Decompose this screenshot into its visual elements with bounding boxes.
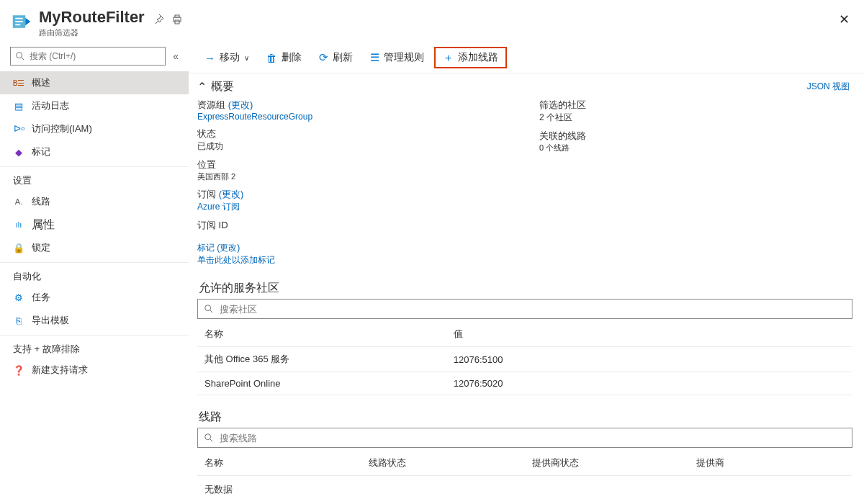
lock-icon: 🔒 xyxy=(13,243,24,253)
svg-point-9 xyxy=(205,305,211,311)
sidebar-item-label: 导出模板 xyxy=(32,314,69,327)
sidebar-item-iam[interactable]: ᐅ৹ 访问控制(IAM) xyxy=(0,117,189,140)
svg-rect-1 xyxy=(15,18,23,19)
sidebar-item-label: 访问控制(IAM) xyxy=(32,122,92,135)
routefilter-icon xyxy=(12,12,32,32)
sidebar-group-support: 支持 + 故障排除 xyxy=(0,335,189,359)
json-view-link[interactable]: JSON 视图 xyxy=(807,81,850,93)
pin-icon[interactable] xyxy=(153,14,164,27)
sidebar-search-input[interactable] xyxy=(28,50,161,62)
move-button[interactable]: → 移动 ∨ xyxy=(197,47,256,68)
subscription-id-label: 订阅 ID xyxy=(197,219,510,232)
add-circuit-button[interactable]: ＋ 添加线路 xyxy=(434,47,507,68)
sidebar-item-label: 任务 xyxy=(32,291,50,304)
export-template-icon: ⎘ xyxy=(13,315,24,326)
filtered-communities-value: 2 个社区 xyxy=(539,112,852,124)
delete-icon: 🗑 xyxy=(266,52,277,64)
community-value: 12076:5020 xyxy=(446,372,852,395)
chevron-down-icon: ∨ xyxy=(244,54,249,62)
tags-change-link[interactable]: 标记 (更改) xyxy=(197,243,240,253)
status-value: 已成功 xyxy=(197,140,510,153)
assoc-circuits-label: 关联的线路 xyxy=(539,130,852,143)
print-icon[interactable] xyxy=(171,14,183,27)
table-row[interactable]: SharePoint Online 12076:5020 xyxy=(197,372,852,395)
sidebar-item-overview[interactable]: B☰ 概述 xyxy=(0,71,189,94)
essentials-heading: 概要 xyxy=(211,79,234,94)
tags-add-link[interactable]: 单击此处以添加标记 xyxy=(197,255,275,265)
circuits-no-data: 无数据 xyxy=(197,476,852,503)
collapse-sidebar-icon[interactable]: « xyxy=(170,49,181,63)
assoc-circuits-value: 0 个线路 xyxy=(539,143,852,153)
svg-line-8 xyxy=(22,58,24,60)
refresh-label: 刷新 xyxy=(333,51,353,64)
sidebar-item-circuits[interactable]: A. 线路 xyxy=(0,190,189,213)
sidebar-item-label: 标记 xyxy=(32,145,50,158)
rg-label: 资源组 xyxy=(197,99,228,110)
subscription-label: 订阅 xyxy=(197,189,219,199)
essentials-caret-icon[interactable]: ⌃ xyxy=(197,80,207,94)
table-row[interactable]: 其他 Office 365 服务 12076:5100 xyxy=(197,347,852,372)
delete-button[interactable]: 🗑 删除 xyxy=(259,47,309,68)
sidebar-item-new-support-request[interactable]: ❓ 新建支持请求 xyxy=(0,359,189,382)
sidebar: « B☰ 概述 ▤ 活动日志 ᐅ৹ 访问控制(IAM) ◆ 标记 设置 A. 线… xyxy=(0,42,189,504)
svg-line-10 xyxy=(210,310,213,313)
page-title: MyRouteFilter xyxy=(39,9,145,26)
community-value: 12076:5100 xyxy=(446,347,852,372)
move-label: 移动 xyxy=(220,51,240,64)
sidebar-group-automation: 自动化 xyxy=(0,262,189,286)
circuits-col-name[interactable]: 名称 xyxy=(197,451,361,476)
sidebar-item-activity-log[interactable]: ▤ 活动日志 xyxy=(0,94,189,117)
delete-label: 删除 xyxy=(282,51,302,64)
activity-log-icon: ▤ xyxy=(13,101,24,112)
communities-search-input[interactable] xyxy=(218,303,846,315)
rg-value[interactable]: ExpressRouteResourceGroup xyxy=(197,112,510,122)
svg-point-7 xyxy=(17,53,22,58)
sidebar-group-settings: 设置 xyxy=(0,166,189,190)
sidebar-item-locks[interactable]: 🔒 锁定 xyxy=(0,236,189,259)
communities-heading: 允许的服务社区 xyxy=(199,281,852,296)
communities-col-value[interactable]: 值 xyxy=(446,322,852,347)
properties-icon: ılı xyxy=(13,220,24,229)
move-icon: → xyxy=(204,52,215,64)
svg-line-12 xyxy=(210,439,213,442)
refresh-icon: ⟳ xyxy=(319,51,328,64)
sidebar-item-export-template[interactable]: ⎘ 导出模板 xyxy=(0,309,189,332)
sidebar-item-tags[interactable]: ◆ 标记 xyxy=(0,140,189,163)
manage-rules-icon: ☰ xyxy=(370,51,379,64)
refresh-button[interactable]: ⟳ 刷新 xyxy=(312,47,360,68)
close-icon[interactable]: ✕ xyxy=(836,9,852,30)
tasks-icon: ⚙ xyxy=(13,292,24,303)
sidebar-search[interactable] xyxy=(10,47,166,66)
subscription-change-link[interactable]: (更改) xyxy=(219,189,244,199)
support-icon: ❓ xyxy=(13,365,24,376)
circuits-col-circuit-state[interactable]: 线路状态 xyxy=(361,451,526,476)
sidebar-item-properties[interactable]: ılı 属性 xyxy=(0,213,189,236)
sidebar-item-label: 新建支持请求 xyxy=(32,364,88,377)
subscription-value[interactable]: Azure 订阅 xyxy=(197,201,510,213)
filtered-communities-label: 筛选的社区 xyxy=(539,99,852,112)
toolbar: → 移动 ∨ 🗑 删除 ⟳ 刷新 ☰ 管理规则 ＋ 添加线路 xyxy=(189,42,864,73)
rg-change-link[interactable]: (更改) xyxy=(228,99,253,110)
community-name: 其他 Office 365 服务 xyxy=(197,347,446,372)
iam-icon: ᐅ৹ xyxy=(13,123,24,135)
overview-icon: B☰ xyxy=(13,78,24,88)
page-subtitle: 路由筛选器 xyxy=(39,27,836,38)
circuits-search-input[interactable] xyxy=(218,432,846,444)
sidebar-item-label: 属性 xyxy=(32,217,55,233)
community-name: SharePoint Online xyxy=(197,372,446,395)
location-value: 美国西部 2 xyxy=(197,171,510,182)
location-label: 位置 xyxy=(197,158,510,171)
sidebar-item-label: 线路 xyxy=(32,195,50,208)
circuits-col-provider[interactable]: 提供商 xyxy=(689,451,853,476)
manage-rules-button[interactable]: ☰ 管理规则 xyxy=(363,47,431,68)
manage-label: 管理规则 xyxy=(384,51,424,64)
circuits-search[interactable] xyxy=(197,428,852,448)
status-label: 状态 xyxy=(197,127,510,140)
sidebar-item-tasks[interactable]: ⚙ 任务 xyxy=(0,286,189,309)
communities-search[interactable] xyxy=(197,299,852,319)
communities-col-name[interactable]: 名称 xyxy=(197,322,446,347)
tag-icon: ◆ xyxy=(13,147,24,158)
circuits-col-provider-state[interactable]: 提供商状态 xyxy=(525,451,689,476)
sidebar-item-label: 锁定 xyxy=(32,241,50,254)
plus-icon: ＋ xyxy=(443,51,454,65)
